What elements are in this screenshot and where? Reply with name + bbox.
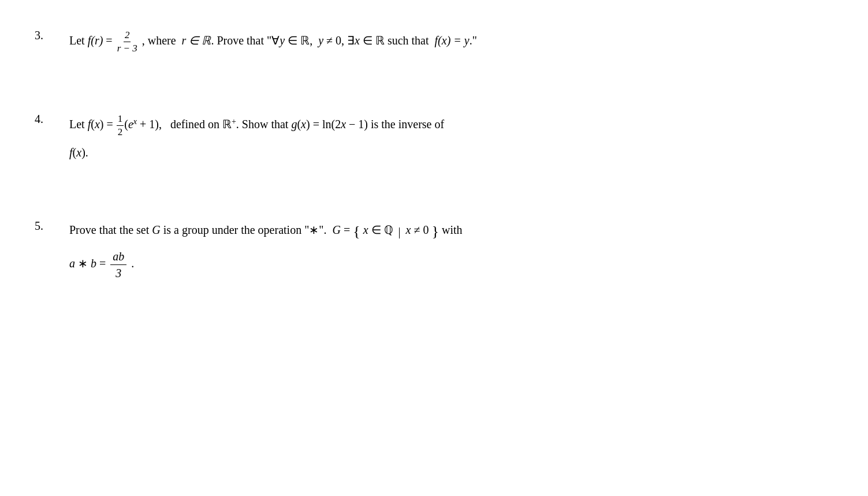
fx-equals-y: f(x) = y — [435, 34, 470, 47]
problem-5-line1: Prove that the set G is a group under th… — [69, 219, 833, 244]
problem-4-line2: f(x). — [69, 143, 833, 162]
frac-ab-num: ab — [110, 248, 126, 265]
func-fr: f(r) — [88, 34, 103, 47]
problem-4-number: 4. — [35, 113, 69, 126]
domain-r: r ∈ ℝ — [182, 34, 211, 47]
problem-3-content: Let f(r) = 2 r − 3 , where r ∈ ℝ. Prove … — [69, 29, 833, 55]
frac-num-1: 1 — [117, 113, 124, 126]
frac-den-2: 2 — [117, 126, 124, 139]
problem-3-text: Let f(r) = 2 r − 3 , where r ∈ ℝ. Prove … — [69, 34, 477, 47]
frac-ab-den: 3 — [113, 265, 124, 281]
right-brace: } — [431, 223, 438, 240]
fraction-2-over-r-minus-3: 2 r − 3 — [116, 29, 139, 55]
left-brace: { — [353, 223, 360, 240]
fraction-ab-over-3: ab 3 — [110, 248, 126, 281]
fraction-1-over-2: 1 2 — [117, 113, 124, 139]
fraction-numerator: 2 — [124, 29, 131, 42]
problem-4-line1: Let f(x) = 1 2 (ex + 1), defined on ℝ+. … — [69, 113, 833, 139]
set-separator: | — [398, 225, 401, 238]
problem-3-number: 3. — [35, 29, 69, 42]
problem-4: 4. Let f(x) = 1 2 (ex + 1), defined on ℝ… — [35, 113, 833, 162]
problem-3: 3. Let f(r) = 2 r − 3 , where r ∈ ℝ. Pro… — [35, 29, 833, 55]
problem-5-number: 5. — [35, 219, 69, 233]
problem-5: 5. Prove that the set G is a group under… — [35, 219, 833, 281]
problem-4-content: Let f(x) = 1 2 (ex + 1), defined on ℝ+. … — [69, 113, 833, 162]
problem-5-content: Prove that the set G is a group under th… — [69, 219, 833, 281]
fraction-denominator: r − 3 — [116, 42, 139, 55]
problem-5-line2: a ∗ b = ab 3 . — [69, 248, 833, 281]
